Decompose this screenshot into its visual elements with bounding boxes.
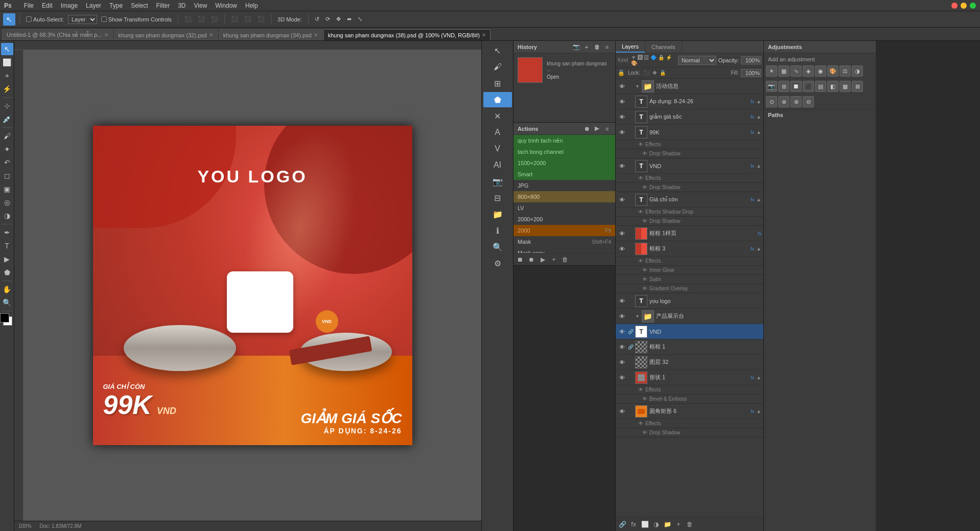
menu-image[interactable]: Image	[61, 2, 78, 9]
show-transform-item[interactable]: Show Transform Controls	[99, 15, 174, 24]
menu-view[interactable]: View	[194, 2, 207, 9]
actions-add-btn[interactable]: +	[549, 255, 558, 264]
layer-expand-giam-gia[interactable]: ▲	[756, 114, 761, 120]
adj-invert-btn[interactable]: ⬛	[803, 81, 814, 92]
right-tool-zoom-glass[interactable]: 🔍	[483, 239, 512, 255]
layer-text-99k[interactable]: 👁 T 99K fx ▲	[616, 125, 763, 140]
layer-fx-gia-chi-con[interactable]: fx	[751, 197, 754, 202]
eye-effects-shape1[interactable]: 👁	[638, 387, 643, 393]
layer-img-3[interactable]: 👁 框框 3 fx ▲	[616, 241, 763, 257]
tool-shape[interactable]: ⬟	[1, 266, 13, 279]
tab-38-close[interactable]: ✕	[482, 32, 486, 38]
auto-select-type-select[interactable]: Layer Group	[68, 15, 97, 24]
adj-levels-btn[interactable]: ▦	[778, 65, 789, 77]
layer-eye-1samp[interactable]: 👁	[618, 229, 626, 238]
tool-eraser[interactable]: ◻	[1, 170, 13, 182]
layer-fx-1samp[interactable]: fx	[758, 231, 761, 236]
adj-color-balance-btn[interactable]: ⚖	[839, 65, 851, 77]
tab-38[interactable]: khung san pham dungmax (38).psd @ 100% (…	[323, 29, 491, 40]
layer-eye-frame1[interactable]: 👁	[618, 343, 626, 351]
right-tool-brush[interactable]: 🖌	[483, 59, 512, 75]
action-item-2000[interactable]: 2000 F9	[514, 225, 615, 236]
action-item-mask[interactable]: Mask Shift+F4	[514, 236, 615, 247]
layer-eye-shape1[interactable]: 👁	[618, 374, 626, 382]
tab-channels[interactable]: Channels	[645, 41, 682, 53]
tab-untitled-close[interactable]: ✕	[104, 32, 108, 38]
window-minimize-btn[interactable]	[961, 3, 967, 9]
layer-group-toggle-product[interactable]: ▼	[635, 314, 640, 319]
eye-dropshadow-rr6[interactable]: 👁	[642, 430, 647, 435]
layer-group-btn[interactable]: 📁	[663, 520, 672, 529]
right-tool-actions[interactable]: ⚙	[483, 256, 512, 271]
tool-history-brush[interactable]: ↶	[1, 156, 13, 169]
right-tool-folder[interactable]: 📁	[483, 206, 512, 222]
auto-select-checkbox[interactable]	[26, 16, 32, 22]
tool-pen[interactable]: ✒	[1, 226, 13, 239]
history-new-btn[interactable]: +	[582, 43, 591, 51]
align-right-btn[interactable]: ⬛	[209, 15, 220, 24]
tool-gradient[interactable]: ▣	[1, 183, 13, 195]
canvas-area[interactable]: YOU LOGO VND GIÁ	[14, 41, 481, 521]
layer-expand-img3[interactable]: ▲	[756, 246, 761, 251]
action-item-tach-bong[interactable]: tach bong channel	[514, 146, 615, 157]
actions-menu-btn[interactable]: ≡	[603, 125, 611, 133]
action-item-1500[interactable]: 1500×2000	[514, 157, 615, 169]
layer-inner-glow-img3[interactable]: 👁 Inner Glow	[616, 266, 763, 275]
layer-eye-gia-chi-con[interactable]: 👁	[618, 196, 626, 204]
action-item-smart[interactable]: Smart	[514, 169, 615, 180]
tab-untitled[interactable]: Untitled-1 @ 68.3% (Chia sẻ miễn p... ✕	[2, 29, 113, 40]
adj-brightness-btn[interactable]: ☀	[766, 65, 777, 77]
tool-clone-stamp[interactable]: ✦	[1, 143, 13, 155]
menu-filter[interactable]: Filter	[156, 2, 170, 9]
layer-eye-product[interactable]: 👁	[618, 312, 626, 320]
right-tool-a[interactable]: A	[483, 125, 512, 140]
actions-del-btn[interactable]: 🗑	[561, 255, 570, 264]
adj-extra-3-btn[interactable]: ⊗	[790, 96, 802, 107]
tab-34-close[interactable]: ✕	[314, 32, 318, 38]
layer-text-gia-chi-con[interactable]: 👁 T Giá chỉ còn fx ▲	[616, 192, 763, 207]
actions-record-btn[interactable]: ⏺	[582, 125, 591, 133]
layer-expand-gia-chi-con[interactable]: ▲	[756, 197, 761, 202]
tool-dodge[interactable]: ◑	[1, 210, 13, 222]
eye-effects-img3[interactable]: 👁	[638, 258, 643, 264]
right-tool-camera[interactable]: 📷	[483, 174, 512, 189]
scale-3d-btn[interactable]: ⤡	[356, 15, 364, 24]
tool-eyedropper[interactable]: 💉	[1, 113, 13, 125]
layer-fx-rr6[interactable]: fx	[751, 409, 754, 414]
adj-extra-1-btn[interactable]: ⊙	[766, 96, 777, 107]
layer-eye-rr6[interactable]: 👁	[618, 407, 626, 415]
right-tool-move[interactable]: ↖	[483, 43, 512, 58]
menu-file[interactable]: File	[24, 2, 34, 9]
layer-del-btn[interactable]: 🗑	[685, 520, 694, 529]
layer-link-group-btn[interactable]: 🔗	[618, 520, 627, 529]
layer-text-apply[interactable]: 👁 T Áp dụng: 8-24-26 fx ▲	[616, 94, 763, 109]
menu-type[interactable]: Type	[109, 2, 123, 9]
eye-effects-vnd1[interactable]: 👁	[638, 175, 643, 181]
rotate-3d-btn[interactable]: ↺	[313, 15, 321, 24]
action-item-2000x200[interactable]: 2000×200	[514, 214, 615, 225]
tool-hand[interactable]: ✋	[1, 283, 13, 295]
layer-shape-1[interactable]: 👁 形状 1 fx ▲	[616, 370, 763, 385]
pan-3d-btn[interactable]: ✥	[334, 15, 343, 24]
tool-blur[interactable]: ◎	[1, 196, 13, 209]
lock-pixel-icon[interactable]: ⬛	[643, 70, 649, 76]
layer-new-btn[interactable]: +	[674, 520, 683, 529]
menu-select[interactable]: Select	[131, 2, 148, 9]
window-close-btn[interactable]	[951, 3, 958, 9]
tool-lasso[interactable]: ⌖	[1, 70, 13, 82]
lock-position-icon[interactable]: ✥	[652, 70, 657, 76]
move-tool-btn[interactable]: ↖	[3, 13, 15, 26]
tool-type[interactable]: T	[1, 240, 13, 252]
adj-hsl-btn[interactable]: 🎨	[827, 65, 838, 77]
layer-text-vnd-1[interactable]: 👁 T VND fx ▲	[616, 158, 763, 174]
adj-selective-color-btn[interactable]: ⊠	[852, 81, 863, 92]
action-item-mask-copy[interactable]: Mask copy	[514, 247, 615, 253]
fill-input[interactable]	[741, 69, 761, 77]
layer-fx-apply[interactable]: fx	[751, 99, 754, 104]
layer-expand-vnd1[interactable]: ▲	[756, 163, 761, 169]
layer-eye-apply[interactable]: 👁	[618, 98, 626, 106]
align-bottom-btn[interactable]: ⬛	[255, 15, 267, 24]
menu-help[interactable]: Help	[245, 2, 258, 9]
eye-satin-img3[interactable]: 👁	[642, 276, 647, 282]
eye-effects-gia-chi-con[interactable]: 👁	[638, 209, 643, 215]
